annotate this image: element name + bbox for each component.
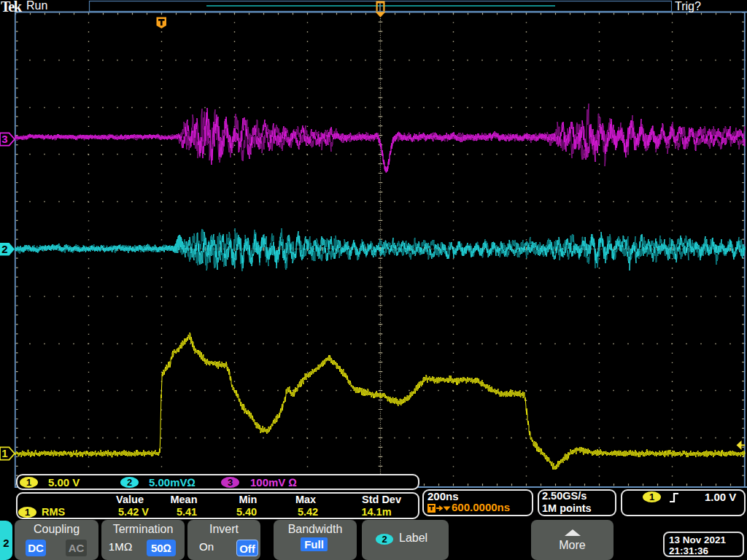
svg-text:2: 2	[1, 243, 7, 255]
svg-text:3: 3	[1, 133, 7, 145]
svg-text:1: 1	[1, 447, 7, 459]
